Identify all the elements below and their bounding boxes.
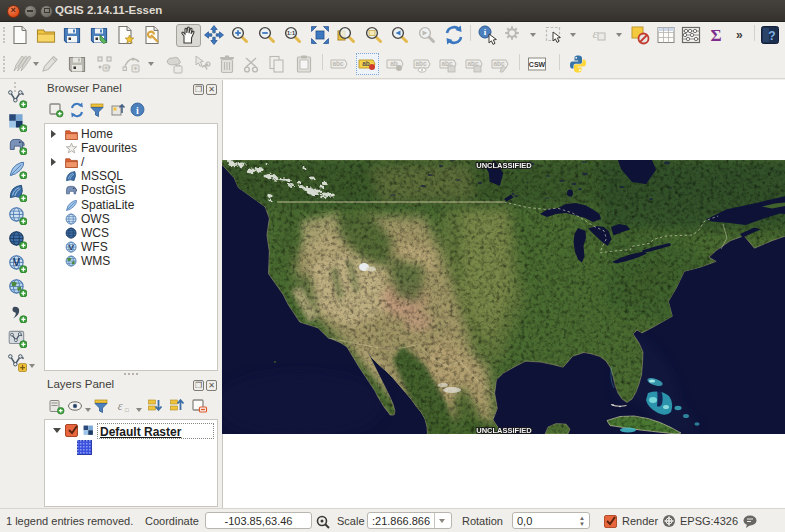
svg-text:UNCLASSIFIED: UNCLASSIFIED: [476, 161, 532, 170]
svg-text:UNCLASSIFIED: UNCLASSIFIED: [476, 426, 532, 435]
